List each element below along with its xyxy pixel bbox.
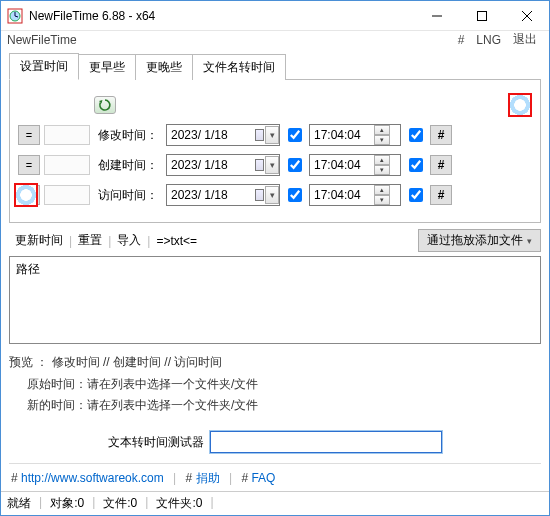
date-access[interactable]: ▾ — [166, 184, 280, 206]
titlebar: NewFileTime 6.88 - x64 — [1, 1, 549, 31]
offset-slot-create[interactable] — [44, 155, 90, 175]
refresh-now-button[interactable] — [94, 96, 116, 114]
link-faq[interactable]: FAQ — [251, 471, 275, 485]
date-access-input[interactable] — [167, 186, 253, 204]
row-access: = 访问时间： ▾ ▴▾ # — [18, 180, 532, 210]
menubar: NewFileTime # LNG 退出 — [1, 31, 549, 48]
bottom-links: # http://www.softwareok.com | # 捐助 | # F… — [9, 470, 541, 491]
time-modify[interactable]: ▴▾ — [309, 124, 401, 146]
link-hash: # — [11, 471, 18, 485]
calendar-icon — [255, 159, 264, 171]
tester-label: 文本转时间测试器 — [108, 434, 204, 451]
maximize-button[interactable] — [459, 1, 504, 30]
calendar-icon — [255, 129, 264, 141]
eq-button-modify[interactable]: = — [18, 125, 40, 145]
reset-button[interactable]: 重置 — [72, 230, 108, 251]
preview-original: 原始时间：请在列表中选择一个文件夹/文件 — [9, 374, 541, 396]
chk-access-time[interactable] — [409, 188, 423, 202]
import-button[interactable]: 导入 — [111, 230, 147, 251]
drop-add-files-button[interactable]: 通过拖放添加文件 ▾ — [418, 229, 541, 252]
time-create-down[interactable]: ▾ — [374, 165, 390, 175]
menu-exit[interactable]: 退出 — [507, 31, 543, 48]
content: 设置时间 更早些 更晚些 文件名转时间 = 修改时间： — [1, 48, 549, 491]
menu-lang[interactable]: LNG — [470, 33, 507, 47]
svg-rect-5 — [477, 11, 486, 20]
date-modify-input[interactable] — [167, 126, 253, 144]
link-donate[interactable]: 捐助 — [196, 471, 220, 485]
time-access-up[interactable]: ▴ — [374, 185, 390, 195]
time-create[interactable]: ▴▾ — [309, 154, 401, 176]
hash-button-access[interactable]: # — [430, 185, 452, 205]
tabs: 设置时间 更早些 更晚些 文件名转时间 — [9, 52, 541, 79]
tab-later[interactable]: 更晚些 — [135, 54, 193, 80]
status-objects: 对象:0 — [50, 495, 84, 512]
preview-header: 预览 ： 修改时间 // 创建时间 // 访问时间 — [9, 352, 541, 374]
chk-create-date[interactable] — [288, 158, 302, 172]
chk-modify-time[interactable] — [409, 128, 423, 142]
time-create-up[interactable]: ▴ — [374, 155, 390, 165]
eq-button-create[interactable]: = — [18, 155, 40, 175]
time-access[interactable]: ▴▾ — [309, 184, 401, 206]
statusbar: 就绪 | 对象:0 | 文件:0 | 文件夹:0 | — [1, 491, 549, 515]
close-button[interactable] — [504, 1, 549, 30]
tester-input[interactable] — [210, 431, 442, 453]
status-ready: 就绪 — [7, 495, 31, 512]
preview-new: 新的时间：请在列表中选择一个文件夹/文件 — [9, 395, 541, 417]
date-modify[interactable]: ▾ — [166, 124, 280, 146]
time-access-input[interactable] — [310, 186, 374, 204]
chk-access-date[interactable] — [288, 188, 302, 202]
time-modify-up[interactable]: ▴ — [374, 125, 390, 135]
label-modify: 修改时间： — [94, 127, 162, 144]
chevron-down-icon: ▾ — [527, 236, 532, 246]
link-website[interactable]: http://www.softwareok.com — [21, 471, 164, 485]
offset-slot-modify[interactable] — [44, 125, 90, 145]
tab-set-time[interactable]: 设置时间 — [9, 53, 79, 80]
calendar-icon — [255, 189, 264, 201]
date-create[interactable]: ▾ — [166, 154, 280, 176]
link-hash: # — [186, 471, 193, 485]
minimize-button[interactable] — [414, 1, 459, 30]
tab-earlier[interactable]: 更早些 — [78, 54, 136, 80]
toolbar: 更新时间 | 重置 | 导入 | =>txt<= 通过拖放添加文件 ▾ — [9, 229, 541, 252]
hash-button-modify[interactable]: # — [430, 125, 452, 145]
offset-slot-access[interactable] — [44, 185, 90, 205]
drop-add-label: 通过拖放添加文件 — [427, 232, 523, 249]
tab-body: = 修改时间： ▾ ▴▾ # = 创建时间 — [9, 79, 541, 223]
time-modify-input[interactable] — [310, 126, 374, 144]
status-files: 文件:0 — [103, 495, 137, 512]
time-access-down[interactable]: ▾ — [374, 195, 390, 205]
time-create-input[interactable] — [310, 156, 374, 174]
column-path[interactable]: 路径 — [16, 262, 40, 276]
text-to-time-tester: 文本转时间测试器 — [9, 431, 541, 453]
date-access-drop[interactable]: ▾ — [265, 186, 279, 204]
preview-area: 预览 ： 修改时间 // 创建时间 // 访问时间 原始时间：请在列表中选择一个… — [9, 352, 541, 417]
menu-hash[interactable]: # — [452, 33, 471, 47]
date-create-drop[interactable]: ▾ — [265, 156, 279, 174]
update-time-button[interactable]: 更新时间 — [9, 230, 69, 251]
clock-icon — [14, 183, 38, 207]
hash-button-create[interactable]: # — [430, 155, 452, 175]
clock-icon — [508, 93, 532, 117]
link-hash: # — [241, 471, 248, 485]
status-folders: 文件夹:0 — [156, 495, 202, 512]
row-create: = 创建时间： ▾ ▴▾ # — [18, 150, 532, 180]
app-name-label: NewFileTime — [7, 33, 77, 47]
app-icon — [7, 8, 23, 24]
tab-filename-to-time[interactable]: 文件名转时间 — [192, 54, 286, 80]
file-list[interactable]: 路径 — [9, 256, 541, 344]
date-modify-drop[interactable]: ▾ — [265, 126, 279, 144]
chk-create-time[interactable] — [409, 158, 423, 172]
label-access: 访问时间： — [94, 187, 162, 204]
chk-modify-date[interactable] — [288, 128, 302, 142]
to-txt-button[interactable]: =>txt<= — [150, 232, 203, 250]
row-modify: = 修改时间： ▾ ▴▾ # — [18, 120, 532, 150]
window-title: NewFileTime 6.88 - x64 — [29, 9, 155, 23]
date-create-input[interactable] — [167, 156, 253, 174]
window: NewFileTime 6.88 - x64 NewFileTime # LNG… — [0, 0, 550, 516]
time-modify-down[interactable]: ▾ — [374, 135, 390, 145]
label-create: 创建时间： — [94, 157, 162, 174]
